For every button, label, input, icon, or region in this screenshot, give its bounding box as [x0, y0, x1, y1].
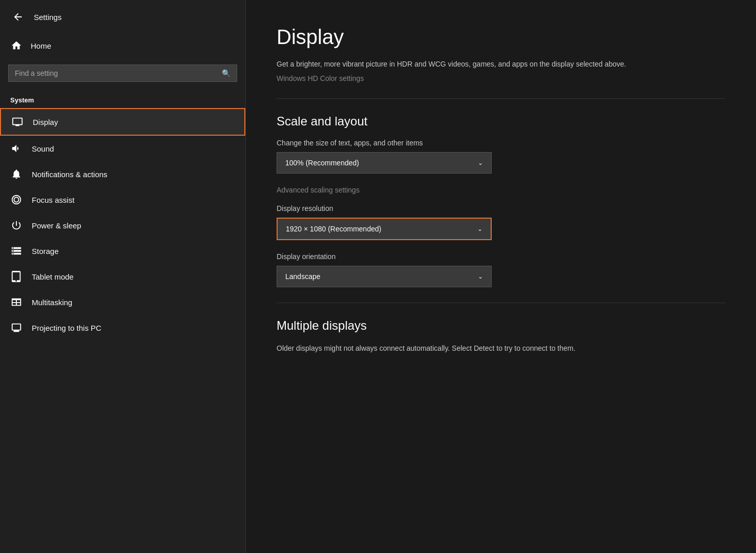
sidebar-item-home[interactable]: Home	[0, 34, 245, 57]
sidebar-item-power-label: Power & sleep	[32, 221, 81, 230]
sidebar-item-notifications[interactable]: Notifications & actions	[0, 161, 245, 187]
orientation-dropdown[interactable]: Landscape ⌄	[277, 266, 492, 287]
sidebar-item-multitasking-label: Multitasking	[32, 298, 72, 307]
sidebar-item-display-label: Display	[33, 118, 58, 126]
storage-icon	[10, 245, 23, 257]
scale-dropdown[interactable]: 100% (Recommended) ⌄	[277, 152, 492, 174]
resolution-dropdown-arrow: ⌄	[477, 225, 482, 232]
search-box[interactable]: 🔍	[8, 65, 237, 82]
sidebar-item-notifications-label: Notifications & actions	[32, 170, 108, 179]
back-button[interactable]	[10, 9, 26, 25]
sidebar-item-tablet[interactable]: Tablet mode	[0, 264, 245, 289]
sidebar-item-storage-label: Storage	[32, 247, 59, 256]
scale-dropdown-arrow: ⌄	[478, 159, 483, 166]
section-divider-2	[277, 303, 725, 303]
hdr-description: Get a brighter, more vibrant picture in …	[277, 59, 635, 70]
scale-value: 100% (Recommended)	[285, 159, 359, 167]
sound-icon	[10, 143, 23, 154]
sidebar-item-projecting-label: Projecting to this PC	[32, 324, 101, 332]
sidebar-item-focus-label: Focus assist	[32, 196, 74, 204]
multiple-section-title: Multiple displays	[277, 318, 725, 333]
sidebar-item-focus[interactable]: Focus assist	[0, 187, 245, 212]
settings-title: Settings	[34, 13, 61, 22]
search-container: 🔍	[0, 57, 245, 89]
sidebar-item-storage[interactable]: Storage	[0, 238, 245, 264]
resolution-value: 1920 × 1080 (Recommended)	[286, 225, 381, 233]
section-divider-1	[277, 98, 725, 99]
sidebar-item-sound[interactable]: Sound	[0, 136, 245, 161]
sidebar-item-projecting[interactable]: Projecting to this PC	[0, 315, 245, 341]
nav-items-list: Display Sound Notifications & actions	[0, 108, 245, 553]
sidebar-item-power[interactable]: Power & sleep	[0, 212, 245, 238]
resolution-setting-group: Display resolution 1920 × 1080 (Recommen…	[277, 204, 725, 240]
search-icon: 🔍	[222, 69, 230, 77]
scale-setting-group: Change the size of text, apps, and other…	[277, 139, 725, 174]
display-icon	[11, 116, 24, 127]
notifications-icon	[10, 168, 23, 180]
power-icon	[10, 220, 23, 231]
focus-icon	[10, 194, 23, 205]
orientation-setting-group: Display orientation Landscape ⌄	[277, 252, 725, 287]
multitasking-icon	[10, 296, 23, 308]
home-icon	[10, 40, 23, 51]
projecting-icon	[10, 322, 23, 333]
scale-label: Change the size of text, apps, and other…	[277, 139, 725, 147]
sidebar-item-tablet-label: Tablet mode	[32, 272, 74, 281]
sidebar: Settings Home 🔍 System Display	[0, 0, 246, 553]
multiple-description: Older displays might not always connect …	[277, 343, 635, 354]
scale-section-title: Scale and layout	[277, 114, 725, 129]
system-section-label: System	[0, 89, 245, 108]
search-input[interactable]	[15, 69, 218, 77]
orientation-label: Display orientation	[277, 252, 725, 261]
tablet-icon	[10, 271, 23, 282]
sidebar-item-display[interactable]: Display	[0, 108, 245, 136]
sidebar-item-sound-label: Sound	[32, 144, 54, 153]
hdr-link[interactable]: Windows HD Color settings	[277, 74, 364, 82]
sidebar-item-multitasking[interactable]: Multitasking	[0, 289, 245, 315]
back-icon	[12, 11, 24, 23]
resolution-label: Display resolution	[277, 204, 725, 212]
sidebar-header: Settings	[0, 0, 245, 34]
page-title: Display	[277, 26, 725, 49]
orientation-dropdown-arrow: ⌄	[478, 273, 483, 280]
main-content: Display Get a brighter, more vibrant pic…	[246, 0, 756, 553]
advanced-scaling-link[interactable]: Advanced scaling settings	[277, 186, 725, 194]
orientation-value: Landscape	[285, 272, 321, 281]
home-label: Home	[31, 41, 51, 50]
resolution-dropdown[interactable]: 1920 × 1080 (Recommended) ⌄	[277, 218, 492, 240]
